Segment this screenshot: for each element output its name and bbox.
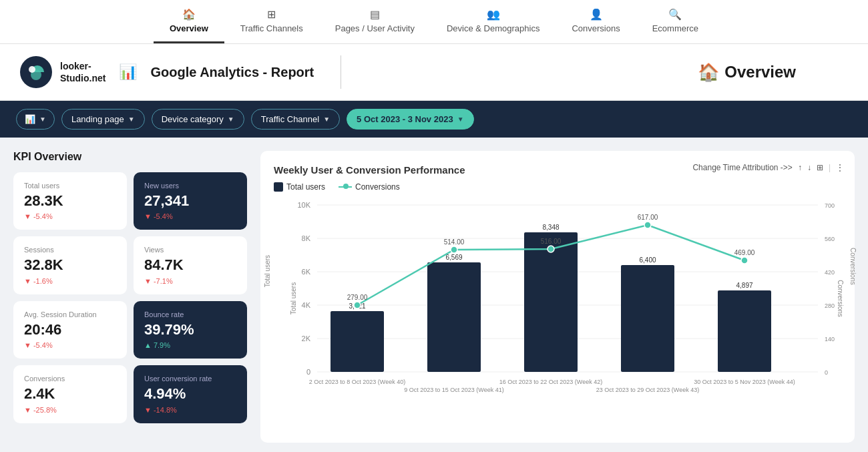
svg-text:0: 0 <box>306 368 310 376</box>
people-icon: 👥 <box>487 8 500 21</box>
svg-text:514.00: 514.00 <box>444 238 465 246</box>
kpi-value-views: 84.7K <box>144 256 236 274</box>
kpi-change-new-users: ▼ -5.4% <box>144 212 236 220</box>
kpi-value-total-users: 28.3K <box>24 192 116 210</box>
overview-home-icon: 🏠 <box>698 62 719 83</box>
chart-type-button[interactable]: 📊 ▼ <box>16 109 55 130</box>
svg-text:700: 700 <box>825 202 835 209</box>
legend-line-label: Conversions <box>355 182 400 192</box>
nav-item-pages-user-activity[interactable]: ▤ Pages / User Activity <box>319 0 431 43</box>
svg-text:23 Oct 2023 to 29 Oct 2023 (We: 23 Oct 2023 to 29 Oct 2023 (Week 43) <box>596 387 699 393</box>
legend-bar: Total users <box>274 182 325 192</box>
main-content: KPI Overview Total users 28.3K ▼ -5.4% N… <box>0 138 868 452</box>
kpi-card-sessions: Sessions 32.8K ▼ -1.6% <box>13 236 127 294</box>
arrow-up-icon[interactable]: ↑ <box>798 163 802 172</box>
conversion-dot-w42 <box>548 246 554 252</box>
top-navigation: 🏠 Overview ⊞ Traffic Channels ▤ Pages / … <box>0 0 868 44</box>
bar-week43 <box>621 265 674 372</box>
landing-page-filter[interactable]: Landing page ▼ <box>61 109 145 130</box>
kpi-label-total-users: Total users <box>24 182 116 190</box>
kpi-change-total-users: ▼ -5.4% <box>24 212 116 220</box>
kpi-value-avg-session: 20:46 <box>24 321 116 338</box>
nav-item-device-demographics[interactable]: 👥 Device & Demographics <box>431 0 556 43</box>
arrow-down-icon[interactable]: ↓ <box>807 163 811 172</box>
nav-item-traffic-channels[interactable]: ⊞ Traffic Channels <box>224 0 319 43</box>
legend-line-color <box>339 186 352 188</box>
svg-text:0: 0 <box>825 369 828 376</box>
grid-icon: ⊞ <box>267 8 276 21</box>
kpi-change-conversions: ▼ -25.8% <box>24 406 116 414</box>
time-attribution-label: Change Time Attribution ->> <box>692 163 792 172</box>
kpi-label-bounce-rate: Bounce rate <box>144 310 236 318</box>
kpi-label-conversions: Conversions <box>24 375 116 383</box>
kpi-label-conversion-rate: User conversion rate <box>144 375 236 383</box>
svg-text:560: 560 <box>825 236 835 242</box>
kpi-value-conversions: 2.4K <box>24 385 116 403</box>
more-options-icon[interactable]: ⋮ <box>836 163 844 172</box>
kpi-grid: Total users 28.3K ▼ -5.4% New users 27,3… <box>13 172 247 423</box>
main-chart-svg: 10K 8K 6K 4K 2K 0 3,621 6,569 <box>274 198 841 399</box>
conversions-icon: 👤 <box>590 8 603 21</box>
kpi-value-sessions: 32.8K <box>24 256 116 274</box>
bar-chart-icon: 📊 <box>25 114 35 124</box>
kpi-card-conversions: Conversions 2.4K ▼ -25.8% <box>13 365 127 423</box>
pages-icon: ▤ <box>370 8 380 21</box>
y-axis-right-label: Conversions <box>850 248 857 285</box>
kpi-label-views: Views <box>144 246 236 254</box>
traffic-channel-filter[interactable]: Traffic Channel ▼ <box>251 109 340 130</box>
svg-text:469.00: 469.00 <box>734 249 755 256</box>
kpi-change-conversion-rate: ▼ -14.8% <box>144 406 236 414</box>
svg-text:16 Oct 2023 to 22 Oct 2023 (We: 16 Oct 2023 to 22 Oct 2023 (Week 42) <box>499 379 602 385</box>
search-icon: 🔍 <box>668 8 682 21</box>
page-header: looker- Studio.net 📊 Google Analytics - … <box>0 44 868 101</box>
svg-text:2 Oct 2023 to 8 Oct 2023 (Week: 2 Oct 2023 to 8 Oct 2023 (Week 40) <box>309 379 405 385</box>
chart-view-icon[interactable]: ⊞ <box>817 163 823 172</box>
bar-week44 <box>718 290 771 372</box>
kpi-value-conversion-rate: 4.94% <box>144 385 236 403</box>
conversion-dot-w43 <box>644 222 651 228</box>
logo-section: looker- Studio.net <box>19 55 105 89</box>
nav-item-ecommerce[interactable]: 🔍 Ecommerce <box>636 0 714 43</box>
kpi-label-avg-session: Avg. Session Duration <box>24 310 116 318</box>
svg-text:140: 140 <box>825 336 835 343</box>
report-bar-icon: 📊 <box>119 63 137 81</box>
svg-text:9 Oct 2023 to 15 Oct 2023 (Wee: 9 Oct 2023 to 15 Oct 2023 (Week 41) <box>404 387 503 393</box>
svg-text:617.00: 617.00 <box>638 214 658 221</box>
kpi-card-avg-session: Avg. Session Duration 20:46 ▼ -5.4% <box>13 301 127 359</box>
kpi-card-bounce-rate: Bounce rate 39.79% ▲ 7.9% <box>134 301 247 359</box>
svg-text:30 Oct 2023 to 5 Nov 2023 (Wee: 30 Oct 2023 to 5 Nov 2023 (Week 44) <box>694 379 795 385</box>
legend-line: Conversions <box>339 182 400 192</box>
svg-text:516.00: 516.00 <box>541 238 562 245</box>
svg-text:6,569: 6,569 <box>445 254 462 261</box>
chart-legend: Total users Conversions <box>274 182 841 192</box>
svg-text:4,897: 4,897 <box>736 282 752 289</box>
nav-item-overview[interactable]: 🏠 Overview <box>154 0 224 43</box>
nav-item-conversions[interactable]: 👤 Conversions <box>556 0 636 43</box>
filter-bar: 📊 ▼ Landing page ▼ Device category ▼ Tra… <box>0 101 868 138</box>
svg-text:420: 420 <box>825 269 835 276</box>
date-range-filter[interactable]: 5 Oct 2023 - 3 Nov 2023 ▼ <box>347 109 473 130</box>
kpi-value-bounce-rate: 39.79% <box>144 321 236 338</box>
svg-text:8K: 8K <box>302 234 311 242</box>
kpi-value-new-users: 27,341 <box>144 192 236 210</box>
bar-week41 <box>427 262 481 372</box>
legend-bar-color <box>274 182 283 192</box>
kpi-panel: KPI Overview Total users 28.3K ▼ -5.4% N… <box>13 151 247 443</box>
home-icon: 🏠 <box>182 8 196 21</box>
kpi-label-sessions: Sessions <box>24 246 116 254</box>
svg-text:8,348: 8,348 <box>542 224 559 231</box>
svg-point-2 <box>29 66 35 73</box>
report-title: Google Analytics - Report <box>150 65 314 80</box>
kpi-change-sessions: ▼ -1.6% <box>24 277 116 285</box>
bar-week40 <box>331 311 384 372</box>
header-divider <box>341 55 341 89</box>
svg-text:4K: 4K <box>302 301 311 309</box>
kpi-label-new-users: New users <box>144 182 236 190</box>
svg-text:2K: 2K <box>302 334 311 343</box>
svg-text:10K: 10K <box>297 201 310 209</box>
device-category-filter[interactable]: Device category ▼ <box>152 109 244 130</box>
chart-controls: Change Time Attribution ->> ↑ ↓ ⊞ | ⋮ <box>692 163 844 172</box>
kpi-change-avg-session: ▼ -5.4% <box>24 341 116 349</box>
conversion-dot-w41 <box>451 246 457 253</box>
svg-text:Total users: Total users <box>290 282 297 314</box>
